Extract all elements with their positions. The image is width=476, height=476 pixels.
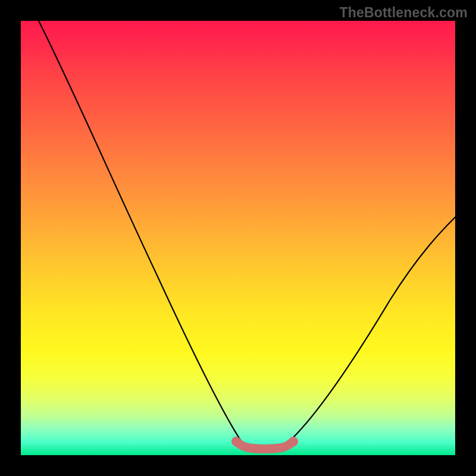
plot-area xyxy=(21,21,455,455)
left-curve xyxy=(39,21,241,441)
watermark-text: TheBottleneck.com xyxy=(339,5,468,21)
right-curve xyxy=(290,217,455,441)
valley-dot-right xyxy=(289,437,298,446)
valley-floor-highlight xyxy=(236,441,293,449)
valley-dot-left xyxy=(231,437,241,446)
chart-frame: TheBottleneck.com xyxy=(0,0,476,476)
curve-layer xyxy=(21,21,455,455)
